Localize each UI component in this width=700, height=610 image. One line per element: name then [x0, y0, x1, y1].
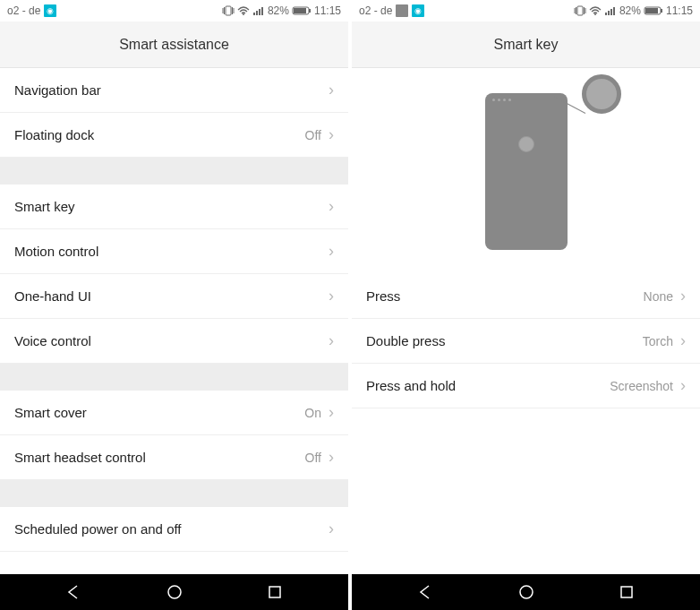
phone-sensor [518, 136, 534, 152]
svg-rect-12 [309, 9, 311, 13]
status-bar: o2 - de ◉ 82% 11:15 [0, 0, 348, 21]
phone-illustration [352, 68, 700, 274]
chevron-right-icon: › [329, 331, 334, 350]
phone-camera-dots [492, 99, 511, 101]
item-label: Floating dock [14, 127, 305, 142]
section-divider [0, 158, 348, 185]
svg-point-20 [594, 13, 596, 15]
svg-rect-24 [613, 7, 615, 15]
voice-control-item[interactable]: Voice control › [0, 319, 348, 364]
item-label: Smart headset control [14, 450, 305, 465]
item-label: Navigation bar [14, 82, 321, 98]
press-item[interactable]: Press None › [352, 274, 700, 319]
item-label: Scheduled power on and off [14, 521, 321, 537]
time-label: 11:15 [666, 4, 693, 17]
item-label: One-hand UI [14, 288, 321, 304]
vibrate-icon [222, 5, 235, 16]
wifi-icon [589, 5, 602, 16]
smart-headset-control-item[interactable]: Smart headset control Off › [0, 435, 348, 480]
item-value: Off [305, 128, 321, 142]
chevron-right-icon: › [329, 81, 334, 99]
wifi-icon [237, 5, 250, 16]
chevron-right-icon: › [680, 287, 686, 305]
svg-rect-11 [294, 8, 306, 13]
app-icon: ◉ [44, 4, 56, 17]
svg-point-28 [520, 586, 533, 598]
svg-rect-26 [645, 8, 658, 13]
section-divider [0, 364, 348, 391]
floating-dock-item[interactable]: Floating dock Off › [0, 113, 348, 158]
nav-home-button[interactable] [148, 578, 201, 606]
item-label: Smart cover [14, 405, 304, 420]
svg-rect-0 [226, 6, 231, 15]
chevron-right-icon: › [680, 331, 686, 350]
right-screen: o2 - de ◉ 82% 11:15 Smart key [352, 0, 700, 610]
status-bar: o2 - de ◉ 82% 11:15 [352, 0, 700, 21]
signal-icon [252, 5, 265, 16]
nav-recent-button[interactable] [600, 578, 653, 606]
chevron-right-icon: › [329, 520, 334, 538]
chevron-right-icon: › [329, 403, 334, 422]
status-left: o2 - de ◉ [7, 4, 56, 17]
battery-percent: 82% [619, 4, 641, 17]
item-value: Off [305, 451, 321, 465]
signal-icon [604, 5, 617, 16]
nav-back-button[interactable] [47, 578, 100, 606]
section-divider [0, 480, 348, 507]
chevron-right-icon: › [329, 197, 334, 216]
item-value: Screenshot [610, 379, 673, 393]
chevron-right-icon: › [329, 287, 334, 305]
time-label: 11:15 [314, 4, 341, 17]
smart-key-indicator [582, 74, 621, 114]
svg-rect-15 [577, 6, 583, 15]
item-label: Press and hold [366, 378, 610, 393]
app-bar: Smart key [352, 21, 700, 68]
nav-home-button[interactable] [499, 578, 553, 606]
svg-rect-29 [621, 587, 632, 597]
nav-recent-button[interactable] [248, 578, 302, 606]
nav-bar [0, 574, 348, 610]
svg-rect-9 [261, 7, 263, 15]
smart-cover-item[interactable]: Smart cover On › [0, 391, 348, 435]
page-title: Smart key [493, 37, 558, 53]
carrier-label: o2 - de [359, 4, 392, 17]
smart-key-item[interactable]: Smart key › [0, 185, 348, 229]
item-value: None [644, 289, 673, 304]
svg-point-13 [168, 586, 181, 598]
phone-body [485, 93, 568, 250]
svg-rect-22 [608, 11, 610, 15]
svg-rect-23 [610, 9, 612, 15]
battery-icon [292, 5, 312, 16]
battery-icon [644, 5, 663, 16]
vibrate-icon [574, 5, 586, 16]
content: Press None › Double press Torch › Press … [352, 68, 700, 574]
chevron-right-icon: › [329, 242, 334, 261]
app-icon: ◉ [412, 4, 424, 17]
motion-control-item[interactable]: Motion control › [0, 229, 348, 274]
item-label: Motion control [14, 244, 321, 259]
page-title: Smart assistance [119, 37, 229, 53]
chevron-right-icon: › [329, 125, 334, 144]
item-value: On [304, 406, 321, 420]
svg-point-5 [243, 13, 244, 15]
scheduled-power-item[interactable]: Scheduled power on and off › [0, 507, 348, 552]
carrier-label: o2 - de [7, 4, 40, 17]
nav-back-button[interactable] [398, 578, 452, 606]
status-right: 82% 11:15 [222, 4, 341, 17]
double-press-item[interactable]: Double press Torch › [352, 319, 700, 364]
press-and-hold-item[interactable]: Press and hold Screenshot › [352, 364, 700, 408]
item-label: Double press [366, 333, 643, 348]
navigation-bar-item[interactable]: Navigation bar › [0, 68, 348, 113]
chevron-right-icon: › [329, 448, 334, 467]
status-right: 82% 11:15 [574, 4, 693, 17]
svg-rect-14 [269, 587, 280, 597]
app-icon-2 [396, 4, 408, 17]
chevron-right-icon: › [680, 376, 686, 395]
svg-rect-21 [605, 13, 607, 15]
item-value: Torch [643, 334, 673, 348]
content: Navigation bar › Floating dock Off › Sma… [0, 68, 348, 574]
left-screen: o2 - de ◉ 82% 11:15 Smart assistance Nav… [0, 0, 348, 610]
item-label: Voice control [14, 333, 321, 348]
app-bar: Smart assistance [0, 21, 348, 68]
one-hand-ui-item[interactable]: One-hand UI › [0, 274, 348, 319]
